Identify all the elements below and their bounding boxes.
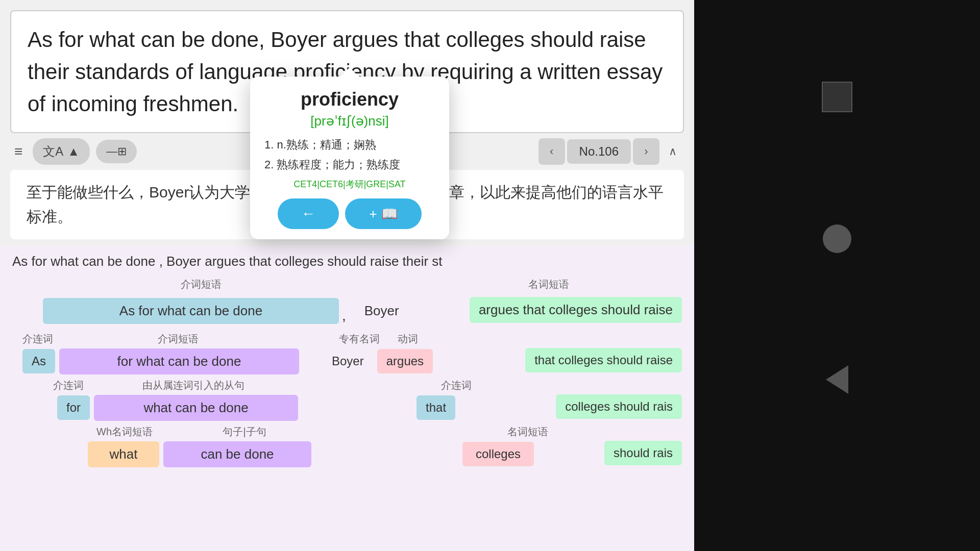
level2-label1: 介连词 (22, 332, 53, 346)
level4-right-label1: 名词短语 (487, 425, 569, 439)
level4-label2: 句子|子句 (165, 425, 324, 439)
for-what-tag: for what can be done (59, 348, 299, 374)
should-rais-tag: should rais (604, 441, 682, 465)
that-colleges-tag: that colleges should raise (525, 348, 682, 372)
what-tag: what (88, 441, 159, 467)
syntax-area: As for what can be done , Boyer argues t… (0, 245, 694, 551)
boyer-tag-1: Boyer (355, 298, 408, 324)
dict-buttons: ← + 📖 (264, 198, 435, 229)
translate-arrow: ▲ (67, 144, 80, 159)
colleges-tag: colleges (462, 442, 534, 466)
level2-right-label2: 动词 (385, 332, 431, 346)
nav-prev-icon: ‹ (550, 145, 553, 158)
level2-right-label1: 专有名词 (334, 332, 385, 346)
right-sidebar (694, 0, 980, 551)
boyer-tag-2: Boyer (323, 349, 373, 373)
can-be-done-tag: can be done (163, 441, 311, 467)
comma-separator: , (339, 304, 349, 328)
nav-prev-button[interactable]: ‹ (538, 138, 565, 165)
dictionary-popup: proficiency [prəˈfɪʃ(ə)nsi] 1. n.熟练；精通；娴… (250, 77, 449, 239)
dict-exam-tags: CET4|CET6|考研|GRE|SAT (264, 178, 435, 190)
argues-tag: argues (377, 349, 433, 373)
level1-right-tag: argues that colleges should raise (470, 297, 682, 323)
nav-number-display: No.106 (567, 139, 631, 164)
translate-label: 文A (43, 143, 63, 160)
dict-word: proficiency (264, 89, 435, 110)
nav-controls: ‹ No.106 › ∧ (538, 138, 684, 165)
level3-right-label1: 介连词 (436, 379, 477, 392)
dict-back-button[interactable]: ← (278, 198, 339, 229)
nav-next-button[interactable]: › (633, 138, 659, 165)
colleges-should-tag: colleges should rais (556, 394, 682, 419)
that-tag: that (416, 395, 455, 420)
what-can-be-done-tag: what can be done (94, 395, 298, 421)
sidebar-square-button[interactable] (822, 82, 852, 112)
plus-icon: + (369, 206, 377, 222)
book-icon: 📖 (381, 206, 398, 222)
nav-next-icon: › (644, 145, 648, 158)
level1-left-label: 介词短语 (43, 278, 359, 291)
level2-label2: 介词短语 (53, 332, 303, 346)
syntax-full-sentence: As for what can be done , Boyer argues t… (12, 254, 682, 269)
as-tag: As (22, 349, 55, 373)
layout-icon: —⊞ (106, 145, 127, 158)
collapse-button[interactable]: ∧ (662, 140, 684, 163)
back-arrow-icon: ← (301, 206, 315, 222)
for-tag: for (57, 395, 90, 420)
dict-add-button[interactable]: + 📖 (345, 198, 422, 229)
level3-label1: 介连词 (53, 379, 84, 392)
menu-icon[interactable]: ≡ (10, 139, 27, 164)
dict-phonetic: [prəˈfɪʃ(ə)nsi] (264, 113, 435, 129)
dict-def2: 2. 熟练程度；能力；熟练度 (264, 156, 435, 173)
sidebar-circle-button[interactable] (823, 224, 851, 253)
dict-def1: 1. n.熟练；精通；娴熟 (264, 136, 435, 153)
sidebar-back-button[interactable] (826, 365, 848, 394)
level1-right-label: 名词短语 (415, 278, 682, 291)
layout-button[interactable]: —⊞ (96, 140, 137, 163)
level3-label2: 由从属连词引入的从句 (84, 379, 303, 392)
translate-button[interactable]: 文A ▲ (33, 138, 90, 165)
level4-label1: Wh名词短语 (84, 425, 165, 439)
level1-left-tag: As for what can be done (43, 298, 339, 324)
